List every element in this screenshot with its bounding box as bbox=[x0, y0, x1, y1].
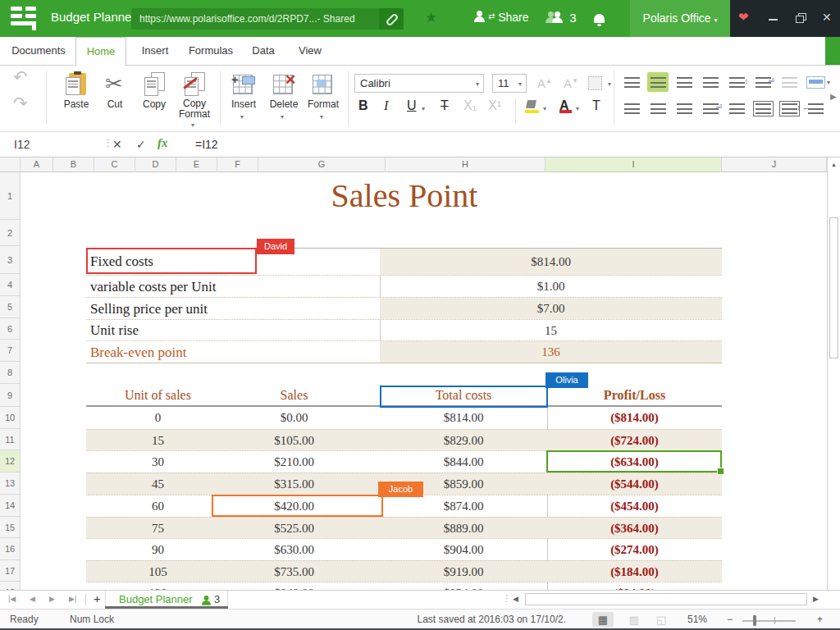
cell[interactable]: ($544.00) bbox=[547, 473, 722, 495]
zoom-slider-track[interactable] bbox=[742, 620, 796, 622]
superscript-button[interactable]: X¹ bbox=[488, 98, 501, 113]
distribute-vertical-button[interactable] bbox=[700, 72, 721, 92]
spreadsheet-grid[interactable]: ABCDEFGHIJ 123456789101112131415161718 S… bbox=[0, 158, 840, 590]
cell[interactable]: 75 bbox=[86, 518, 230, 539]
zoom-out-button[interactable]: − bbox=[727, 614, 733, 625]
format-cells-icon[interactable] bbox=[310, 71, 336, 97]
cancel-entry-button[interactable]: ✕ bbox=[112, 138, 122, 151]
insert-function-button[interactable]: fx bbox=[158, 136, 168, 150]
notifications-button[interactable] bbox=[594, 11, 605, 26]
share-button[interactable]: ⇄ Share bbox=[474, 11, 529, 24]
align-middle-button[interactable] bbox=[647, 72, 669, 92]
share-url-field[interactable]: https://www.polarisoffice.com/d/2RPD7...… bbox=[131, 8, 404, 30]
zoom-in-button[interactable]: + bbox=[817, 614, 823, 625]
cell[interactable]: $889.00 bbox=[380, 518, 547, 539]
column-title[interactable]: Unit of sales bbox=[86, 384, 230, 407]
delete-caret-icon[interactable] bbox=[281, 113, 284, 121]
increase-font-button[interactable]: A▲ bbox=[537, 76, 552, 90]
heart-icon[interactable]: ❤ bbox=[738, 10, 749, 25]
info-value-cell[interactable]: $814.00 bbox=[380, 249, 722, 275]
favorite-star-icon[interactable]: ★ bbox=[425, 9, 437, 26]
normal-view-button[interactable]: ▦ bbox=[592, 612, 614, 628]
insert-caret-icon[interactable] bbox=[240, 113, 244, 121]
copy-link-button[interactable] bbox=[379, 8, 404, 30]
horizontal-scrollbar[interactable] bbox=[525, 593, 807, 605]
row-header-2[interactable]: 2 bbox=[0, 220, 21, 246]
row-header-11[interactable]: 11 bbox=[0, 429, 21, 450]
insert-cells-icon[interactable]: + bbox=[231, 71, 257, 97]
scroll-left-icon[interactable]: ◀ bbox=[513, 595, 518, 603]
restore-button[interactable] bbox=[796, 13, 806, 23]
cell[interactable]: $814.00 bbox=[380, 407, 547, 429]
font-name-select[interactable]: Calibri bbox=[354, 74, 484, 93]
row-header-14[interactable]: 14 bbox=[0, 495, 21, 517]
row-header-1[interactable]: 1 bbox=[0, 172, 21, 220]
tab-documents[interactable]: Documents bbox=[10, 37, 67, 65]
cell[interactable]: 30 bbox=[86, 451, 230, 473]
cell[interactable]: ($94.00) bbox=[547, 582, 722, 590]
column-header-H[interactable]: H bbox=[386, 158, 546, 172]
font-name-caret-icon[interactable] bbox=[476, 80, 479, 88]
subscript-button[interactable]: X₁ bbox=[463, 98, 477, 113]
prev-sheet-button[interactable]: ◀ bbox=[30, 595, 35, 603]
row-header-16[interactable]: 16 bbox=[0, 538, 21, 560]
close-button[interactable]: ✕ bbox=[822, 11, 832, 24]
confirm-entry-button[interactable]: ✓ bbox=[136, 138, 146, 151]
info-value-cell[interactable]: $7.00 bbox=[380, 298, 722, 319]
delete-cells-icon[interactable]: ✕ bbox=[271, 71, 297, 97]
column-header-E[interactable]: E bbox=[176, 158, 217, 172]
cell[interactable]: $210.00 bbox=[230, 451, 358, 473]
text-style-button[interactable]: T bbox=[592, 98, 600, 113]
cell[interactable]: $735.00 bbox=[230, 561, 358, 582]
cell[interactable]: $0.00 bbox=[230, 407, 358, 429]
font-color-caret-icon[interactable] bbox=[576, 105, 579, 112]
undo-button[interactable]: ↶ bbox=[13, 67, 28, 87]
info-value-cell[interactable]: $1.00 bbox=[380, 276, 722, 297]
copy-format-caret-icon[interactable] bbox=[191, 121, 194, 129]
column-title[interactable]: Sales bbox=[230, 384, 358, 407]
align-center-button[interactable] bbox=[647, 98, 669, 118]
scroll-up-icon[interactable]: ▲ bbox=[831, 162, 837, 167]
justify-button[interactable] bbox=[726, 98, 747, 118]
info-value-cell[interactable]: 136 bbox=[380, 341, 722, 363]
text-box-align-button[interactable] bbox=[752, 98, 774, 118]
row-header-6[interactable]: 6 bbox=[0, 318, 21, 340]
scroll-right-icon[interactable]: ▶ bbox=[813, 595, 819, 603]
polaris-logo-icon[interactable] bbox=[11, 7, 40, 30]
row-header-3[interactable]: 3 bbox=[0, 246, 21, 274]
fill-handle[interactable] bbox=[717, 468, 724, 475]
cell[interactable]: $844.00 bbox=[380, 451, 547, 473]
format-caret-icon[interactable] bbox=[320, 113, 323, 121]
polaris-office-menu[interactable]: Polaris Office bbox=[630, 0, 730, 37]
tab-view[interactable]: View bbox=[294, 37, 326, 65]
shrink-to-fit-button[interactable] bbox=[778, 72, 800, 92]
cell[interactable]: $105.00 bbox=[230, 430, 358, 451]
minimize-button[interactable] bbox=[769, 19, 778, 21]
add-sheet-button[interactable]: + bbox=[94, 591, 101, 605]
italic-button[interactable]: I bbox=[384, 98, 388, 113]
underline-button[interactable]: U bbox=[407, 98, 417, 113]
tab-home[interactable]: Home bbox=[75, 37, 126, 66]
info-label-cell[interactable]: variable costs per Unit bbox=[86, 276, 380, 297]
cell[interactable]: $919.00 bbox=[380, 561, 547, 582]
zoom-slider-handle[interactable] bbox=[753, 615, 756, 626]
column-header-J[interactable]: J bbox=[722, 158, 827, 172]
column-header-A[interactable]: A bbox=[21, 158, 53, 172]
format-cells-button[interactable]: Format bbox=[299, 98, 347, 110]
align-bottom-button[interactable] bbox=[673, 72, 695, 92]
cell[interactable]: 15 bbox=[86, 430, 230, 451]
cell[interactable]: 0 bbox=[86, 407, 230, 429]
cell[interactable]: ($454.00) bbox=[547, 495, 722, 518]
cell[interactable]: 90 bbox=[86, 539, 230, 561]
column-header-F[interactable]: F bbox=[217, 158, 258, 172]
merge-cells-button[interactable] bbox=[805, 72, 826, 92]
cut-icon[interactable]: ✂ bbox=[102, 71, 128, 97]
side-panel-button[interactable] bbox=[825, 37, 840, 65]
column-header-C[interactable]: C bbox=[94, 158, 135, 172]
row-header-9[interactable]: 9 bbox=[0, 384, 21, 407]
cell[interactable]: $525.00 bbox=[230, 518, 358, 539]
row-header-7[interactable]: 7 bbox=[0, 340, 21, 362]
paste-icon[interactable] bbox=[63, 71, 89, 97]
copy-format-button[interactable]: Copy Format bbox=[169, 98, 220, 120]
row-height-button[interactable]: ↕ bbox=[726, 72, 747, 92]
